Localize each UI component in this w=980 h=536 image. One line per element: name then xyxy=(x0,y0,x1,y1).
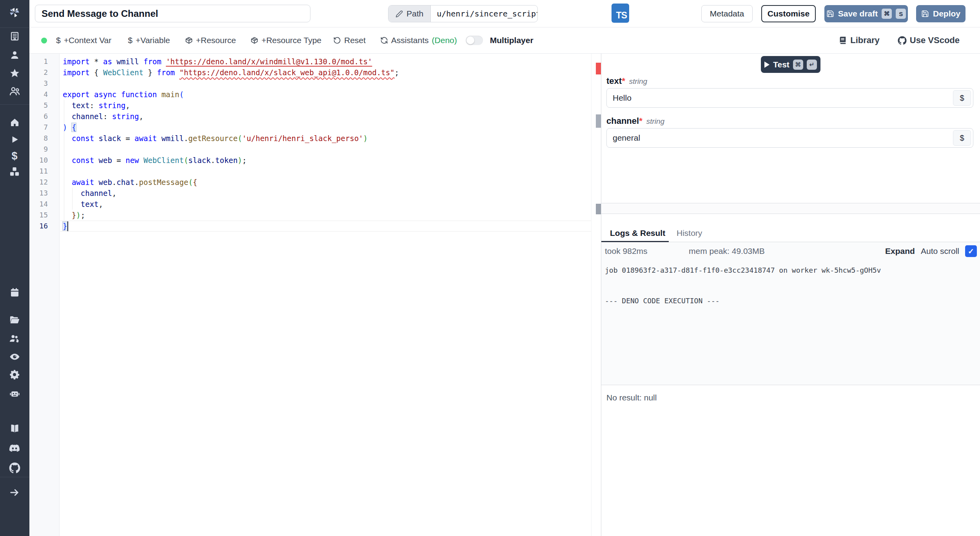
error-marker xyxy=(596,63,601,74)
sidebar-item-worker-groups[interactable] xyxy=(8,332,21,345)
library-button[interactable]: Library xyxy=(838,35,880,45)
code-lines: 1import * as wmill from 'https://deno.la… xyxy=(29,56,591,232)
topbar: Path u/henri/sincere_script TS Metadata … xyxy=(29,0,980,27)
line-number: 7 xyxy=(29,122,60,133)
sidebar-item-groups[interactable] xyxy=(8,84,21,98)
editor-overview-ruler[interactable] xyxy=(591,54,601,536)
field-type: string xyxy=(646,117,664,126)
line-number: 8 xyxy=(29,133,60,144)
insert-variable-button[interactable]: $ xyxy=(953,130,971,146)
text-arg-input: $ xyxy=(606,88,973,108)
panel-splitter[interactable] xyxy=(601,203,980,214)
user-icon xyxy=(9,50,20,60)
sidebar-item-workspace[interactable] xyxy=(8,29,21,43)
path-editor[interactable]: Path u/henri/sincere_script xyxy=(388,5,538,22)
reset-label: Reset xyxy=(344,36,366,45)
workspace-icon xyxy=(9,31,20,42)
variables-icon: $ xyxy=(11,151,17,161)
sidebar-item-schedules[interactable] xyxy=(8,286,21,299)
code-line-16: 16} xyxy=(29,221,591,232)
result-text: No result: null xyxy=(606,393,657,402)
docs-icon xyxy=(9,423,20,435)
sidebar-item-expand-sidebar[interactable] xyxy=(8,486,21,499)
sidebar-item-runs[interactable] xyxy=(8,133,21,146)
sidebar-item-user[interactable] xyxy=(8,48,21,62)
code-editor[interactable]: 1import * as wmill from 'https://deno.la… xyxy=(29,54,591,536)
sidebar-item-discord[interactable] xyxy=(8,442,21,455)
code-line-7: 7) { xyxy=(29,122,591,133)
code-line-11: 11 xyxy=(29,166,591,177)
line-number: 1 xyxy=(29,56,60,67)
sidebar-item-resources[interactable] xyxy=(8,165,21,178)
add-variable-button[interactable]: $ +Variable xyxy=(128,36,170,45)
metadata-button[interactable]: Metadata xyxy=(701,5,753,22)
package-icon xyxy=(185,36,193,44)
app: $ Path u/henri/sincere_script TS Metadat… xyxy=(0,0,980,536)
sidebar-item-folders[interactable] xyxy=(8,313,21,326)
sidebar-item-workers[interactable] xyxy=(8,387,21,400)
field-name: channel xyxy=(606,116,639,126)
assistants-label: Assistants xyxy=(391,36,429,45)
path-value: u/henri/sincere_script xyxy=(431,5,538,22)
log-output: job 018963f2-a317-d81f-f1f0-e3cc23418747… xyxy=(605,265,976,306)
text-cursor xyxy=(67,221,68,231)
sidebar-item-docs[interactable] xyxy=(8,422,21,435)
customise-button[interactable]: Customise xyxy=(761,5,816,22)
sidebar-item-favorites[interactable] xyxy=(8,66,21,80)
required-asterisk: * xyxy=(639,116,642,126)
package-icon xyxy=(250,36,258,44)
pencil-icon xyxy=(396,10,403,18)
resources-icon xyxy=(9,166,20,177)
field-type: string xyxy=(629,77,647,86)
add-resource-label: +Resource xyxy=(196,36,236,45)
audit-logs-icon xyxy=(9,351,20,362)
expand-button[interactable]: Expand xyxy=(885,246,915,256)
multiplayer-toggle[interactable] xyxy=(466,36,483,45)
add-context-var-button[interactable]: $ +Context Var xyxy=(56,36,111,45)
use-vscode-button[interactable]: Use VScode xyxy=(898,35,960,45)
tab-history[interactable]: History xyxy=(677,225,702,242)
insert-variable-button[interactable]: $ xyxy=(953,90,971,106)
editor-toolbar: $ +Context Var $ +Variable +Resource +Re… xyxy=(29,27,980,54)
home-icon xyxy=(9,117,20,128)
text-arg-field[interactable] xyxy=(607,89,973,107)
reset-button[interactable]: Reset xyxy=(333,36,366,45)
autoscroll-checkbox[interactable]: ✓ xyxy=(965,245,977,257)
logs-info-row: took 982ms mem peak: 49.03MB Expand Auto… xyxy=(601,242,980,260)
test-button[interactable]: Test ⌘ ↵ xyxy=(761,56,820,73)
channel-arg-field[interactable] xyxy=(607,129,973,147)
github-icon xyxy=(9,462,20,474)
workers-icon xyxy=(9,388,20,399)
script-title-input[interactable] xyxy=(35,5,310,22)
tab-logs-result[interactable]: Logs & Result xyxy=(610,225,665,242)
code-line-10: 10 const web = new WebClient(slack.token… xyxy=(29,155,591,166)
play-icon xyxy=(764,62,769,68)
path-label-text: Path xyxy=(407,9,423,18)
add-resource-button[interactable]: +Resource xyxy=(185,36,236,45)
kbd-cmd: ⌘ xyxy=(882,9,892,19)
assistants-button[interactable]: Assistants (Deno) xyxy=(380,36,457,45)
deploy-button[interactable]: Deploy xyxy=(916,5,965,22)
scroll-marker xyxy=(596,114,601,128)
sidebar-item-home[interactable] xyxy=(8,116,21,129)
line-number: 12 xyxy=(29,177,60,188)
sidebar: $ xyxy=(0,0,29,536)
sidebar-item-windmill-logo xyxy=(8,6,21,19)
save-draft-button[interactable]: Save draft ⌘ S xyxy=(824,5,908,22)
add-resource-type-button[interactable]: +Resource Type xyxy=(250,36,321,45)
save-draft-label: Save draft xyxy=(838,9,878,18)
add-variable-label: +Variable xyxy=(136,36,170,45)
github-icon xyxy=(898,36,907,45)
dollar-icon: $ xyxy=(56,36,61,45)
channel-arg-input: $ xyxy=(606,128,973,148)
refresh-icon xyxy=(380,36,388,44)
book-icon xyxy=(838,36,847,45)
sidebar-divider xyxy=(0,27,29,28)
code-line-4: 4export async function main( xyxy=(29,89,591,100)
add-context-var-label: +Context Var xyxy=(64,36,112,45)
sidebar-item-audit-logs[interactable] xyxy=(8,350,21,363)
dollar-icon: $ xyxy=(128,36,132,45)
sidebar-item-github[interactable] xyxy=(8,461,21,474)
sidebar-item-variables[interactable]: $ xyxy=(8,149,21,163)
sidebar-item-settings[interactable] xyxy=(8,368,21,381)
